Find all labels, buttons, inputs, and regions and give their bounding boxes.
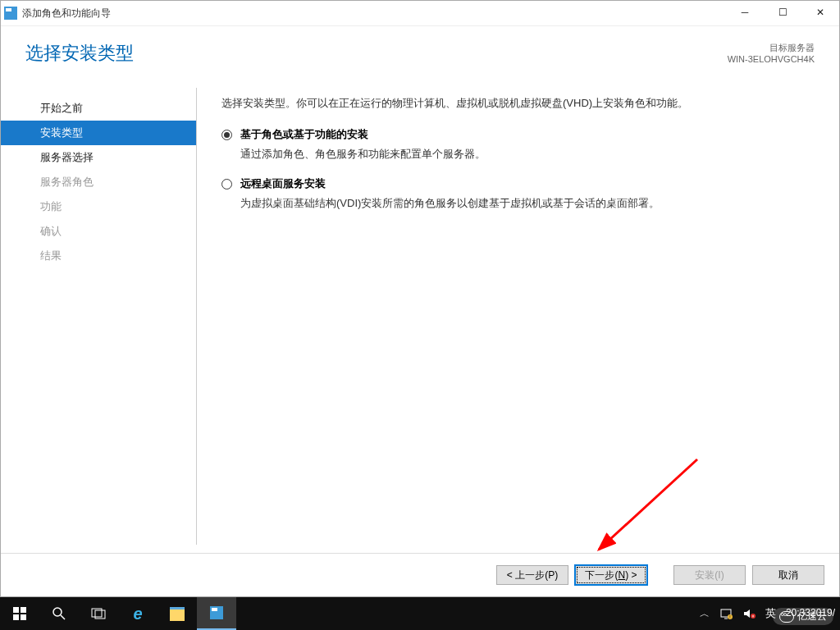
next-button[interactable]: 下一步(N) > [575,565,647,585]
destination-label: 目标服务器 [728,42,815,54]
minimize-button[interactable]: ─ [726,1,764,25]
ie-icon: e [133,605,142,623]
maximize-button[interactable]: ☐ [764,1,801,25]
step-confirmation: 确认 [1,219,196,244]
svg-text:×: × [751,614,754,619]
destination-info: 目标服务器 WIN-3ELOHVGCH4K [728,42,815,64]
wizard-window: 添加角色和功能向导 ─ ☐ ✕ 选择安装类型 目标服务器 WIN-3ELOHVG… [0,0,840,597]
destination-server: WIN-3ELOHVGCH4K [728,54,815,64]
svg-rect-3 [13,614,19,620]
cancel-button[interactable]: 取消 [752,565,824,585]
volume-icon[interactable]: × [737,597,760,630]
svg-rect-1 [13,607,19,613]
start-button[interactable] [0,597,39,630]
cloud-icon [779,611,794,623]
tray-chevron-up-icon[interactable]: ︿ [695,597,714,630]
install-button: 安装(I) [673,565,746,585]
wizard-sidebar: 开始之前 安装类型 服务器选择 服务器角色 功能 确认 结果 [1,80,196,553]
step-server-selection[interactable]: 服务器选择 [1,145,196,170]
step-results: 结果 [1,244,196,268]
window-title: 添加角色和功能向导 [22,7,111,21]
search-button[interactable] [39,597,79,630]
taskbar: e ︿ ! × 英 20:33 2019/ [0,597,840,630]
page-title: 选择安装类型 [25,41,134,66]
task-view-button[interactable] [79,597,118,630]
option-desc: 为虚拟桌面基础结构(VDI)安装所需的角色服务以创建基于虚拟机或基于会话的桌面部… [221,196,815,211]
svg-text:!: ! [729,614,730,619]
svg-rect-2 [21,607,26,613]
back-button[interactable]: < 上一步(P) [496,565,568,585]
task-view-icon [91,608,106,619]
svg-rect-4 [21,614,26,620]
svg-point-5 [53,608,62,616]
taskbar-ie[interactable]: e [118,597,158,630]
step-before-you-begin[interactable]: 开始之前 [1,96,196,121]
intro-text: 选择安装类型。你可以在正在运行的物理计算机、虚拟机或脱机虚拟硬盘(VHD)上安装… [221,96,815,111]
taskbar-explorer[interactable] [158,597,197,630]
watermark: 亿速云 [773,608,833,625]
server-manager-icon [210,606,223,619]
content-area: 选择安装类型。你可以在正在运行的物理计算机、虚拟机或脱机虚拟硬盘(VHD)上安装… [197,80,839,553]
titlebar: 添加角色和功能向导 ─ ☐ ✕ [1,1,839,26]
network-icon[interactable]: ! [714,597,737,630]
header: 选择安装类型 目标服务器 WIN-3ELOHVGCH4K [1,26,839,80]
step-installation-type[interactable]: 安装类型 [1,121,196,145]
search-icon [52,606,66,621]
option-title: 远程桌面服务安装 [240,176,326,191]
step-features: 功能 [1,194,196,219]
windows-icon [13,607,26,620]
radio-icon[interactable] [221,179,232,189]
close-button[interactable]: ✕ [801,1,839,25]
option-remote-desktop[interactable]: 远程桌面服务安装 [221,173,815,194]
app-icon [4,7,17,20]
svg-line-6 [61,615,65,619]
option-title: 基于角色或基于功能的安装 [240,127,368,142]
step-server-roles: 服务器角色 [1,170,196,194]
option-role-based[interactable]: 基于角色或基于功能的安装 [221,124,815,145]
radio-icon[interactable] [221,130,232,140]
folder-icon [170,607,185,621]
taskbar-server-manager[interactable] [197,597,236,630]
option-desc: 通过添加角色、角色服务和功能来配置单个服务器。 [221,147,815,162]
footer: < 上一步(P) 下一步(N) > 安装(I) 取消 [1,553,839,596]
